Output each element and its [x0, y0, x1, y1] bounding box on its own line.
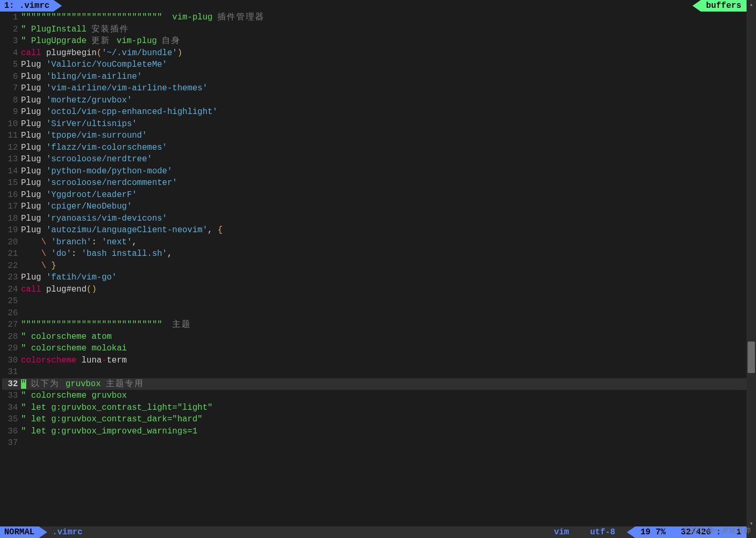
line-content: " let g:gruvbox_contrast_dark="hard" — [21, 413, 203, 426]
code-line[interactable]: 33" colorscheme gruvbox — [2, 390, 747, 402]
code-line[interactable]: 23Plug 'fatih/vim-go' — [2, 272, 747, 284]
code-line[interactable]: 21 \ 'do': 'bash install.sh', — [2, 248, 747, 260]
line-content: " PlugInstall 安装插件 — [21, 24, 129, 36]
line-number: 9 — [2, 106, 21, 118]
code-line[interactable]: 5Plug 'Valloric/YouCompleteMe' — [2, 59, 747, 71]
code-line[interactable]: 29" colorscheme molokai — [2, 343, 747, 355]
line-content: Plug 'bling/vim-airline' — [21, 71, 142, 83]
line-number: 21 — [2, 248, 21, 260]
line-number: 27 — [2, 319, 21, 331]
vim-editor: 1: .vimrc buffers 1"""""""""""""""""""""… — [0, 0, 756, 538]
tab-current-file[interactable]: 1: .vimrc — [0, 0, 54, 12]
line-content: Plug 'vim-airline/vim-airline-themes' — [21, 82, 207, 95]
code-line[interactable]: 11Plug 'tpope/vim-surround' — [2, 130, 747, 142]
line-content: Plug 'morhetz/gruvbox' — [21, 95, 132, 107]
vertical-scrollbar[interactable]: ▴ ▾ — [747, 0, 756, 538]
line-content: " 以下为 gruvbox 主题专用 — [21, 378, 144, 390]
line-content: " let g:gruvbox_improved_warnings=1 — [21, 426, 197, 438]
line-number: 7 — [2, 82, 21, 95]
line-number: 15 — [2, 177, 21, 189]
tab-bar: 1: .vimrc buffers — [0, 0, 747, 12]
line-number: 17 — [2, 201, 21, 213]
line-number: 11 — [2, 130, 21, 142]
line-content: call plug#end() — [21, 284, 97, 296]
code-line[interactable]: 37 — [2, 437, 747, 449]
code-line[interactable]: 10Plug 'SirVer/ultisnips' — [2, 118, 747, 130]
line-number: 20 — [2, 236, 21, 249]
code-line[interactable]: 13Plug 'scrooloose/nerdtree' — [2, 153, 747, 165]
code-line[interactable]: 22 \ } — [2, 260, 747, 272]
code-line[interactable]: 34" let g:gruvbox_contrast_light="light" — [2, 402, 747, 414]
line-content: colorscheme luna-term — [21, 355, 127, 367]
code-line[interactable]: 19Plug 'autozimu/LanguageClient-neovim',… — [2, 224, 747, 236]
scroll-up-icon[interactable]: ▴ — [747, 0, 756, 9]
line-number: 13 — [2, 153, 21, 165]
line-number: 36 — [2, 426, 21, 438]
line-number: 12 — [2, 142, 21, 154]
line-content: Plug 'tpope/vim-surround' — [21, 130, 147, 142]
line-content: Plug 'SirVer/ultisnips' — [21, 118, 137, 130]
code-line[interactable]: 18Plug 'ryanoasis/vim-devicons' — [2, 213, 747, 225]
code-line[interactable]: 32" 以下为 gruvbox 主题专用 — [2, 378, 747, 390]
line-number: 31 — [2, 366, 21, 378]
scroll-thumb[interactable] — [748, 342, 755, 373]
code-line[interactable]: 35" let g:gruvbox_contrast_dark="hard" — [2, 413, 747, 426]
line-content: Plug 'Yggdroot/LeaderF' — [21, 189, 137, 201]
code-line[interactable]: 15Plug 'scrooloose/nerdcommenter' — [2, 177, 747, 189]
code-line[interactable]: 20 \ 'branch': 'next', — [2, 236, 747, 249]
line-content: \ 'branch': 'next', — [21, 236, 137, 249]
line-content: Plug 'flazz/vim-colorschemes' — [21, 142, 167, 154]
code-line[interactable]: 26 — [2, 307, 747, 319]
tab-index: 1: — [4, 0, 14, 12]
line-number: 14 — [2, 165, 21, 178]
mode-text: NORMAL — [4, 526, 35, 538]
line-number: 19 — [2, 224, 21, 236]
line-content: """""""""""""""""""""""""""" 主题 — [21, 319, 191, 331]
code-line[interactable]: 17Plug 'cpiger/NeoDebug' — [2, 201, 747, 213]
code-line[interactable]: 2" PlugInstall 安装插件 — [2, 24, 747, 36]
line-content: Plug 'ryanoasis/vim-devicons' — [21, 213, 167, 225]
line-number: 29 — [2, 343, 21, 355]
line-content: Plug 'python-mode/python-mode' — [21, 165, 172, 178]
code-line[interactable]: 16Plug 'Yggdroot/LeaderF' — [2, 189, 747, 201]
code-line[interactable]: 36" let g:gruvbox_improved_warnings=1 — [2, 426, 747, 438]
line-number: 18 — [2, 213, 21, 225]
code-area[interactable]: 1"""""""""""""""""""""""""""" vim-plug 插… — [0, 12, 747, 449]
line-number: 8 — [2, 95, 21, 107]
code-line[interactable]: 27"""""""""""""""""""""""""""" 主题 — [2, 319, 747, 331]
line-content: Plug 'scrooloose/nerdtree' — [21, 153, 152, 165]
line-number: 5 — [2, 59, 21, 71]
code-line[interactable]: 28" colorscheme atom — [2, 331, 747, 343]
watermark-text: CSDN @一岁就可帅 — [684, 524, 751, 536]
line-number: 30 — [2, 355, 21, 367]
code-line[interactable]: 4call plug#begin('~/.vim/bundle') — [2, 47, 747, 59]
code-line[interactable]: 30colorscheme luna-term — [2, 355, 747, 367]
code-line[interactable]: 8Plug 'morhetz/gruvbox' — [2, 95, 747, 107]
code-line[interactable]: 1"""""""""""""""""""""""""""" vim-plug 插… — [2, 12, 747, 24]
line-content: """""""""""""""""""""""""""" vim-plug 插件… — [21, 12, 265, 24]
code-line[interactable]: 9Plug 'octol/vim-cpp-enhanced-highlight' — [2, 106, 747, 118]
code-line[interactable]: 25 — [2, 295, 747, 307]
line-content: " colorscheme molokai — [21, 343, 127, 355]
line-content: " colorscheme gruvbox — [21, 390, 127, 402]
line-content: call plug#begin('~/.vim/bundle') — [21, 47, 182, 59]
line-number: 23 — [2, 272, 21, 284]
line-number: 32 — [2, 378, 21, 390]
code-line[interactable]: 3" PlugUpgrade 更新 vim-plug 自身 — [2, 35, 747, 47]
code-line[interactable]: 14Plug 'python-mode/python-mode' — [2, 165, 747, 178]
line-number: 35 — [2, 413, 21, 426]
code-line[interactable]: 24call plug#end() — [2, 284, 747, 296]
line-content: Plug 'Valloric/YouCompleteMe' — [21, 59, 167, 71]
line-content: Plug 'octol/vim-cpp-enhanced-highlight' — [21, 106, 217, 118]
buffers-label: buffers — [706, 0, 741, 12]
line-number: 37 — [2, 437, 21, 449]
code-line[interactable]: 7Plug 'vim-airline/vim-airline-themes' — [2, 82, 747, 95]
code-line[interactable]: 6Plug 'bling/vim-airline' — [2, 71, 747, 83]
line-content: Plug 'autozimu/LanguageClient-neovim', { — [21, 224, 223, 236]
buffers-indicator[interactable]: buffers — [701, 0, 747, 12]
code-line[interactable]: 31 — [2, 366, 747, 378]
line-number: 10 — [2, 118, 21, 130]
vim-mode: NORMAL — [0, 526, 39, 538]
code-line[interactable]: 12Plug 'flazz/vim-colorschemes' — [2, 142, 747, 154]
line-number: 6 — [2, 71, 21, 83]
